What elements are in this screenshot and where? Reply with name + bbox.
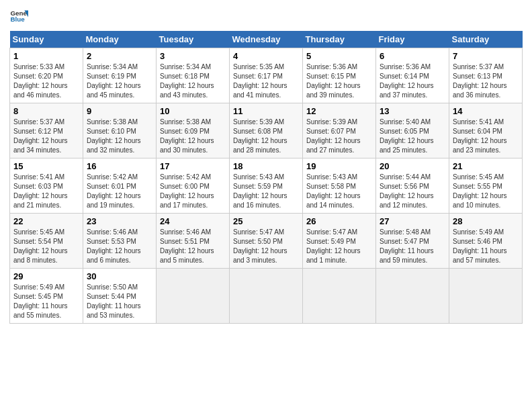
day-number: 24 bbox=[160, 216, 226, 226]
calendar-day-cell: 30Sunrise: 5:50 AMSunset: 5:44 PMDayligh… bbox=[83, 269, 157, 324]
weekday-header: Monday bbox=[83, 31, 157, 48]
calendar-day-cell: 28Sunrise: 5:49 AMSunset: 5:46 PMDayligh… bbox=[449, 214, 523, 269]
calendar-day-cell bbox=[157, 269, 230, 324]
calendar-day-cell: 24Sunrise: 5:46 AMSunset: 5:51 PMDayligh… bbox=[157, 214, 230, 269]
day-detail: Sunrise: 5:47 AMSunset: 5:49 PMDaylight:… bbox=[306, 228, 361, 264]
day-number: 12 bbox=[306, 106, 372, 116]
day-detail: Sunrise: 5:45 AMSunset: 5:54 PMDaylight:… bbox=[13, 228, 68, 264]
day-detail: Sunrise: 5:42 AMSunset: 6:00 PMDaylight:… bbox=[160, 173, 214, 209]
calendar-week-row: 22Sunrise: 5:45 AMSunset: 5:54 PMDayligh… bbox=[10, 214, 523, 269]
calendar-day-cell bbox=[449, 269, 523, 324]
calendar-week-row: 29Sunrise: 5:49 AMSunset: 5:45 PMDayligh… bbox=[10, 269, 523, 324]
calendar-day-cell: 10Sunrise: 5:38 AMSunset: 6:09 PMDayligh… bbox=[157, 103, 230, 158]
calendar-week-row: 1Sunrise: 5:33 AMSunset: 6:20 PMDaylight… bbox=[10, 48, 523, 103]
day-number: 4 bbox=[233, 51, 299, 61]
day-detail: Sunrise: 5:46 AMSunset: 5:53 PMDaylight:… bbox=[87, 228, 141, 264]
day-number: 5 bbox=[306, 51, 372, 61]
calendar-day-cell: 6Sunrise: 5:36 AMSunset: 6:14 PMDaylight… bbox=[376, 48, 449, 103]
day-number: 27 bbox=[380, 216, 445, 226]
day-number: 10 bbox=[160, 106, 226, 116]
day-detail: Sunrise: 5:38 AMSunset: 6:09 PMDaylight:… bbox=[160, 118, 214, 154]
day-number: 13 bbox=[380, 106, 445, 116]
day-number: 16 bbox=[87, 161, 152, 171]
weekday-header: Tuesday bbox=[157, 31, 230, 48]
calendar-day-cell: 8Sunrise: 5:37 AMSunset: 6:12 PMDaylight… bbox=[10, 103, 83, 158]
logo: General Blue bbox=[9, 7, 31, 26]
day-number: 26 bbox=[306, 216, 372, 226]
calendar-day-cell: 7Sunrise: 5:37 AMSunset: 6:13 PMDaylight… bbox=[449, 48, 523, 103]
header: General Blue bbox=[9, 7, 523, 26]
day-number: 2 bbox=[87, 51, 152, 61]
day-number: 6 bbox=[380, 51, 445, 61]
weekday-header: Saturday bbox=[449, 31, 523, 48]
calendar-day-cell: 23Sunrise: 5:46 AMSunset: 5:53 PMDayligh… bbox=[83, 214, 157, 269]
weekday-header: Sunday bbox=[10, 31, 83, 48]
day-number: 18 bbox=[233, 161, 299, 171]
day-detail: Sunrise: 5:41 AMSunset: 6:03 PMDaylight:… bbox=[13, 173, 68, 209]
day-number: 22 bbox=[13, 216, 79, 226]
day-detail: Sunrise: 5:43 AMSunset: 5:59 PMDaylight:… bbox=[233, 173, 287, 209]
logo-icon: General Blue bbox=[9, 7, 28, 26]
day-number: 19 bbox=[306, 161, 372, 171]
day-number: 25 bbox=[233, 216, 299, 226]
calendar-day-cell: 5Sunrise: 5:36 AMSunset: 6:15 PMDaylight… bbox=[303, 48, 376, 103]
day-number: 14 bbox=[453, 106, 519, 116]
calendar-week-row: 8Sunrise: 5:37 AMSunset: 6:12 PMDaylight… bbox=[10, 103, 523, 158]
calendar-day-cell bbox=[303, 269, 376, 324]
day-number: 11 bbox=[233, 106, 299, 116]
calendar-day-cell: 26Sunrise: 5:47 AMSunset: 5:49 PMDayligh… bbox=[303, 214, 376, 269]
day-number: 15 bbox=[13, 161, 79, 171]
calendar-day-cell: 21Sunrise: 5:45 AMSunset: 5:55 PMDayligh… bbox=[449, 158, 523, 214]
calendar-day-cell: 2Sunrise: 5:34 AMSunset: 6:19 PMDaylight… bbox=[83, 48, 157, 103]
calendar-week-row: 15Sunrise: 5:41 AMSunset: 6:03 PMDayligh… bbox=[10, 158, 523, 214]
calendar-day-cell bbox=[376, 269, 449, 324]
day-number: 20 bbox=[380, 161, 445, 171]
calendar-day-cell bbox=[230, 269, 303, 324]
calendar-day-cell: 15Sunrise: 5:41 AMSunset: 6:03 PMDayligh… bbox=[10, 158, 83, 214]
day-number: 7 bbox=[453, 51, 519, 61]
calendar-day-cell: 18Sunrise: 5:43 AMSunset: 5:59 PMDayligh… bbox=[230, 158, 303, 214]
calendar-day-cell: 13Sunrise: 5:40 AMSunset: 6:05 PMDayligh… bbox=[376, 103, 449, 158]
calendar-day-cell: 11Sunrise: 5:39 AMSunset: 6:08 PMDayligh… bbox=[230, 103, 303, 158]
day-number: 21 bbox=[453, 161, 519, 171]
day-number: 3 bbox=[160, 51, 226, 61]
weekday-header: Thursday bbox=[303, 31, 376, 48]
day-detail: Sunrise: 5:35 AMSunset: 6:17 PMDaylight:… bbox=[233, 63, 287, 99]
day-number: 8 bbox=[13, 106, 79, 116]
day-number: 1 bbox=[13, 51, 79, 61]
day-detail: Sunrise: 5:37 AMSunset: 6:13 PMDaylight:… bbox=[453, 63, 507, 99]
day-detail: Sunrise: 5:36 AMSunset: 6:15 PMDaylight:… bbox=[306, 63, 361, 99]
calendar-day-cell: 19Sunrise: 5:43 AMSunset: 5:58 PMDayligh… bbox=[303, 158, 376, 214]
day-detail: Sunrise: 5:48 AMSunset: 5:47 PMDaylight:… bbox=[380, 228, 434, 264]
weekday-header: Wednesday bbox=[230, 31, 303, 48]
day-detail: Sunrise: 5:34 AMSunset: 6:19 PMDaylight:… bbox=[87, 63, 141, 99]
calendar-day-cell: 4Sunrise: 5:35 AMSunset: 6:17 PMDaylight… bbox=[230, 48, 303, 103]
calendar-day-cell: 27Sunrise: 5:48 AMSunset: 5:47 PMDayligh… bbox=[376, 214, 449, 269]
calendar-day-cell: 14Sunrise: 5:41 AMSunset: 6:04 PMDayligh… bbox=[449, 103, 523, 158]
calendar-day-cell: 29Sunrise: 5:49 AMSunset: 5:45 PMDayligh… bbox=[10, 269, 83, 324]
day-detail: Sunrise: 5:44 AMSunset: 5:56 PMDaylight:… bbox=[380, 173, 434, 209]
day-detail: Sunrise: 5:37 AMSunset: 6:12 PMDaylight:… bbox=[13, 118, 68, 154]
calendar-day-cell: 3Sunrise: 5:34 AMSunset: 6:18 PMDaylight… bbox=[157, 48, 230, 103]
day-detail: Sunrise: 5:34 AMSunset: 6:18 PMDaylight:… bbox=[160, 63, 214, 99]
day-detail: Sunrise: 5:46 AMSunset: 5:51 PMDaylight:… bbox=[160, 228, 214, 264]
day-number: 17 bbox=[160, 161, 226, 171]
day-detail: Sunrise: 5:39 AMSunset: 6:07 PMDaylight:… bbox=[306, 118, 361, 154]
day-detail: Sunrise: 5:50 AMSunset: 5:44 PMDaylight:… bbox=[87, 283, 141, 319]
calendar-day-cell: 25Sunrise: 5:47 AMSunset: 5:50 PMDayligh… bbox=[230, 214, 303, 269]
calendar-day-cell: 20Sunrise: 5:44 AMSunset: 5:56 PMDayligh… bbox=[376, 158, 449, 214]
calendar-table: SundayMondayTuesdayWednesdayThursdayFrid… bbox=[9, 31, 523, 324]
calendar-day-cell: 9Sunrise: 5:38 AMSunset: 6:10 PMDaylight… bbox=[83, 103, 157, 158]
calendar-day-cell: 16Sunrise: 5:42 AMSunset: 6:01 PMDayligh… bbox=[83, 158, 157, 214]
day-detail: Sunrise: 5:45 AMSunset: 5:55 PMDaylight:… bbox=[453, 173, 507, 209]
day-number: 23 bbox=[87, 216, 152, 226]
day-detail: Sunrise: 5:43 AMSunset: 5:58 PMDaylight:… bbox=[306, 173, 361, 209]
svg-text:Blue: Blue bbox=[10, 15, 25, 23]
day-number: 9 bbox=[87, 106, 152, 116]
day-detail: Sunrise: 5:49 AMSunset: 5:45 PMDaylight:… bbox=[13, 283, 68, 319]
calendar-day-cell: 12Sunrise: 5:39 AMSunset: 6:07 PMDayligh… bbox=[303, 103, 376, 158]
day-detail: Sunrise: 5:40 AMSunset: 6:05 PMDaylight:… bbox=[380, 118, 434, 154]
day-detail: Sunrise: 5:47 AMSunset: 5:50 PMDaylight:… bbox=[233, 228, 287, 264]
day-detail: Sunrise: 5:41 AMSunset: 6:04 PMDaylight:… bbox=[453, 118, 507, 154]
day-detail: Sunrise: 5:39 AMSunset: 6:08 PMDaylight:… bbox=[233, 118, 287, 154]
